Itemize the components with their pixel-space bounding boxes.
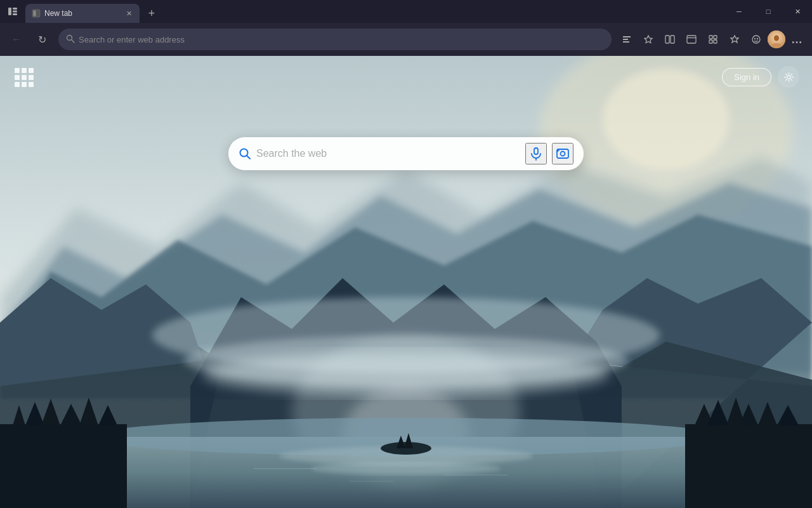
sidebar-toggle-button[interactable] bbox=[0, 0, 25, 23]
tab-bar: New tab ✕ + bbox=[25, 0, 724, 23]
minimize-button[interactable]: ─ bbox=[724, 0, 754, 23]
sign-in-button[interactable]: Sign in bbox=[722, 68, 771, 86]
window-controls: ─ □ ✕ bbox=[724, 0, 812, 23]
svg-rect-0 bbox=[8, 8, 11, 15]
svg-rect-13 bbox=[709, 36, 712, 39]
tab-title: New tab bbox=[44, 9, 119, 18]
search-box bbox=[228, 137, 584, 170]
favorites-button[interactable] bbox=[638, 29, 658, 50]
svg-rect-2 bbox=[13, 11, 17, 13]
web-search-input[interactable] bbox=[256, 148, 520, 159]
settings-button[interactable] bbox=[778, 66, 799, 88]
svg-rect-14 bbox=[714, 36, 717, 39]
svg-point-21 bbox=[774, 36, 779, 41]
refresh-button[interactable]: ↻ bbox=[30, 28, 53, 51]
svg-marker-8 bbox=[645, 36, 652, 43]
svg-rect-15 bbox=[709, 40, 712, 43]
svg-point-63 bbox=[787, 75, 790, 79]
svg-rect-5 bbox=[34, 11, 36, 17]
maximize-button[interactable]: □ bbox=[754, 0, 783, 23]
svg-rect-66 bbox=[534, 148, 538, 154]
new-tab-button[interactable]: + bbox=[142, 4, 161, 23]
address-bar[interactable] bbox=[58, 29, 612, 50]
split-screen-button[interactable] bbox=[660, 29, 680, 50]
collections-button[interactable] bbox=[703, 29, 723, 50]
apps-grid-button[interactable] bbox=[13, 66, 36, 89]
svg-rect-9 bbox=[665, 36, 669, 43]
back-button[interactable]: ← bbox=[5, 28, 28, 51]
main-content: Sign in bbox=[0, 56, 812, 508]
search-icon bbox=[66, 34, 75, 45]
sign-in-area: Sign in bbox=[722, 66, 799, 88]
svg-line-7 bbox=[72, 39, 74, 42]
profile-button[interactable] bbox=[768, 30, 785, 48]
favorites-bar-button[interactable] bbox=[681, 29, 702, 50]
address-input[interactable] bbox=[79, 35, 604, 44]
search-section bbox=[228, 137, 584, 170]
close-button[interactable]: ✕ bbox=[783, 0, 812, 23]
top-bar-overlay: Sign in bbox=[0, 56, 812, 99]
nav-right-icons: … bbox=[617, 29, 807, 50]
search-box-icon bbox=[239, 147, 251, 160]
tab-favicon bbox=[32, 9, 41, 18]
svg-point-19 bbox=[757, 38, 758, 39]
copilot-button[interactable] bbox=[746, 29, 766, 50]
content-overlay: Sign in bbox=[0, 56, 812, 508]
visual-search-button[interactable] bbox=[552, 143, 573, 164]
svg-rect-10 bbox=[671, 36, 674, 43]
menu-button[interactable]: … bbox=[787, 29, 807, 50]
svg-rect-1 bbox=[13, 8, 17, 10]
svg-rect-3 bbox=[13, 13, 17, 15]
grid-dots-icon bbox=[15, 68, 34, 87]
browser-essentials-button[interactable] bbox=[724, 29, 745, 50]
svg-point-17 bbox=[752, 36, 760, 43]
tab-close-button[interactable]: ✕ bbox=[123, 8, 134, 19]
svg-point-18 bbox=[754, 38, 756, 39]
svg-line-65 bbox=[247, 156, 250, 159]
svg-point-69 bbox=[561, 152, 565, 156]
svg-rect-11 bbox=[687, 36, 696, 43]
svg-rect-16 bbox=[714, 40, 717, 43]
immersive-reader-button[interactable] bbox=[617, 29, 637, 50]
active-tab[interactable]: New tab ✕ bbox=[25, 4, 140, 23]
voice-search-button[interactable] bbox=[525, 143, 547, 164]
